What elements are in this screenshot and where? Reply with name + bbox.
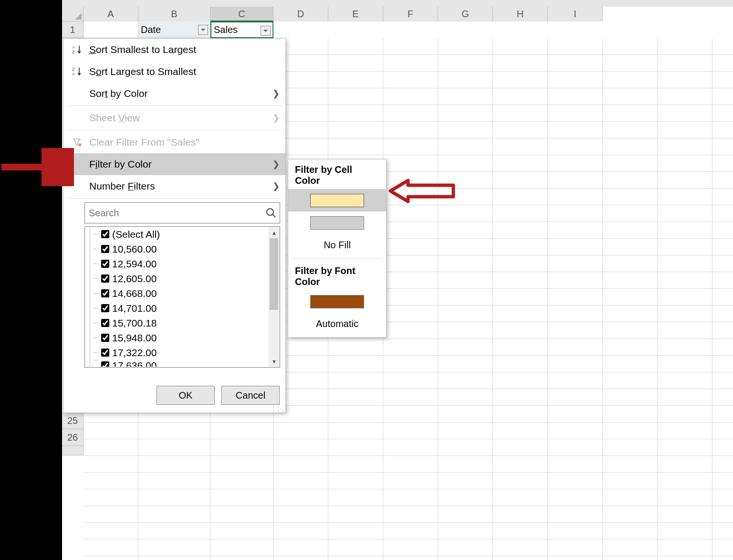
filter-value-label: 12,605.00 xyxy=(112,273,157,285)
column-header-D[interactable]: D xyxy=(273,7,328,21)
filter-value-label: 15,700.18 xyxy=(112,317,157,329)
cell-color-option-nofill[interactable]: No Fill xyxy=(288,234,386,256)
chevron-right-icon: ❯ xyxy=(272,181,280,191)
filter-value-item[interactable]: 17,636.00 xyxy=(85,360,269,367)
row-header[interactable]: 1 xyxy=(62,21,84,38)
scroll-thumb[interactable] xyxy=(270,238,278,310)
filter-value-item[interactable]: 15,948.00 xyxy=(85,330,269,345)
chevron-right-icon: ❯ xyxy=(272,113,280,123)
menu-label: Sort Smallest to Largest xyxy=(89,44,280,55)
filter-search[interactable] xyxy=(84,202,280,223)
filter-value-list[interactable]: (Select All)10,560.0012,594.0012,605.001… xyxy=(84,226,280,368)
filter-value-checkbox[interactable] xyxy=(101,245,109,253)
resize-grip-icon[interactable]: . .. . . xyxy=(273,403,284,412)
column-header-E[interactable]: E xyxy=(328,7,383,21)
menu-label: Filter by Color xyxy=(89,158,272,170)
filter-dropdown-button[interactable] xyxy=(261,26,271,36)
filter-value-label: (Select All) xyxy=(112,229,160,240)
cell-A1[interactable] xyxy=(84,21,138,38)
menu-label: Sort by Color xyxy=(89,88,272,99)
filter-value-item[interactable]: 14,701.00 xyxy=(85,301,269,316)
column-header-row: ABCDEFGHI xyxy=(62,7,603,21)
cancel-button[interactable]: Cancel xyxy=(221,386,280,405)
left-background xyxy=(0,0,62,560)
row-header[interactable]: 25 xyxy=(62,412,84,429)
filter-value-checkbox[interactable] xyxy=(101,260,109,268)
filter-value-item[interactable]: 12,605.00 xyxy=(85,271,269,286)
filter-value-label: 15,948.00 xyxy=(112,332,157,344)
scroll-up-arrow[interactable]: ▴ xyxy=(268,227,280,238)
filter-dropdown-button[interactable] xyxy=(198,25,208,35)
filter-value-checkbox[interactable] xyxy=(101,289,109,297)
filter-value-checkbox[interactable] xyxy=(101,230,109,238)
row-header-cont: 25 26 xyxy=(62,412,84,455)
cell-C1[interactable]: Sales xyxy=(210,21,273,38)
filter-value-item[interactable]: 14,668.00 xyxy=(85,286,269,301)
select-all-corner[interactable] xyxy=(62,7,84,21)
number-filters-item[interactable]: Number Filters ❯ xyxy=(63,175,285,197)
row-header[interactable]: 26 xyxy=(62,429,84,446)
column-header-H[interactable]: H xyxy=(493,7,548,21)
separator xyxy=(67,130,282,130)
submenu-heading: Filter by Font Color xyxy=(288,261,386,290)
menu-label: Clear Filter From "Sales" xyxy=(89,137,280,148)
sort-asc-icon: A Z xyxy=(70,44,84,55)
font-color-option-brown[interactable] xyxy=(288,290,386,313)
scrollbar[interactable]: ▴ ▾ xyxy=(268,227,280,367)
chevron-right-icon: ❯ xyxy=(272,88,280,99)
filter-value-checkbox[interactable] xyxy=(101,319,109,327)
cell-value: Date xyxy=(141,24,161,35)
scroll-down-arrow[interactable]: ▾ xyxy=(268,356,280,367)
clear-filter-icon xyxy=(70,137,84,148)
column-header-B[interactable]: B xyxy=(138,7,210,21)
sort-by-color-item[interactable]: Sort by Color ❯ xyxy=(63,83,285,105)
cell-color-option-grey[interactable] xyxy=(288,211,386,234)
filter-value-checkbox[interactable] xyxy=(101,349,109,357)
column-header-A[interactable]: A xyxy=(84,7,138,21)
color-swatch xyxy=(310,295,364,308)
cell-B1[interactable]: Date xyxy=(138,21,210,38)
filter-value-item[interactable]: 10,560.00 xyxy=(85,242,269,256)
color-swatch xyxy=(310,216,364,230)
cell-value: Sales xyxy=(214,24,238,35)
filter-value-item[interactable]: 17,322.00 xyxy=(85,345,269,360)
font-color-option-automatic[interactable]: Automatic xyxy=(288,313,386,335)
filter-value-label: 14,701.00 xyxy=(112,303,157,314)
clear-filter-item: Clear Filter From "Sales" xyxy=(63,131,285,153)
column-header-F[interactable]: F xyxy=(383,7,438,21)
filter-value-checkbox[interactable] xyxy=(101,275,109,283)
submenu-heading: Filter by Cell Color xyxy=(288,159,386,189)
sort-descending-item[interactable]: Z A Sort Largest to Smallest xyxy=(63,61,285,83)
search-icon xyxy=(265,207,277,219)
filter-value-checkbox[interactable] xyxy=(101,304,109,312)
column-header-C[interactable]: C xyxy=(210,7,273,21)
filter-by-color-item[interactable]: Filter by Color ❯ xyxy=(63,153,285,175)
filter-value-item[interactable]: 15,700.18 xyxy=(85,316,269,330)
filter-value-item[interactable]: 12,594.00 xyxy=(85,256,269,271)
cell-color-option-yellow[interactable] xyxy=(288,189,386,211)
ok-button[interactable]: OK xyxy=(157,386,215,405)
filter-dropdown-menu: A Z Sort Smallest to Largest Z A Sort La… xyxy=(63,38,286,413)
filter-value-label: 14,668.00 xyxy=(112,288,157,299)
menu-label: Sheet View xyxy=(89,112,272,124)
separator xyxy=(67,106,282,106)
svg-text:Z: Z xyxy=(72,67,75,72)
separator xyxy=(292,258,382,259)
filter-value-checkbox[interactable] xyxy=(101,361,109,367)
svg-text:A: A xyxy=(72,45,75,50)
sort-desc-icon: Z A xyxy=(70,66,84,77)
filter-value-item[interactable]: (Select All) xyxy=(85,227,269,242)
row-header[interactable] xyxy=(62,446,84,455)
column-header-G[interactable]: G xyxy=(438,7,493,21)
filter-value-label: 12,594.00 xyxy=(112,258,157,270)
column-header-I[interactable]: I xyxy=(548,7,603,21)
svg-point-4 xyxy=(267,209,273,215)
menu-label: Number Filters xyxy=(89,180,272,192)
filter-value-checkbox[interactable] xyxy=(101,334,109,342)
menu-label: Sort Largest to Smallest xyxy=(89,66,280,77)
filter-by-color-submenu: Filter by Cell Color No Fill Filter by F… xyxy=(288,159,387,338)
sort-ascending-item[interactable]: A Z Sort Smallest to Largest xyxy=(63,39,285,61)
color-swatch xyxy=(310,194,364,207)
search-input[interactable] xyxy=(88,207,265,219)
chevron-down-icon xyxy=(200,27,206,32)
